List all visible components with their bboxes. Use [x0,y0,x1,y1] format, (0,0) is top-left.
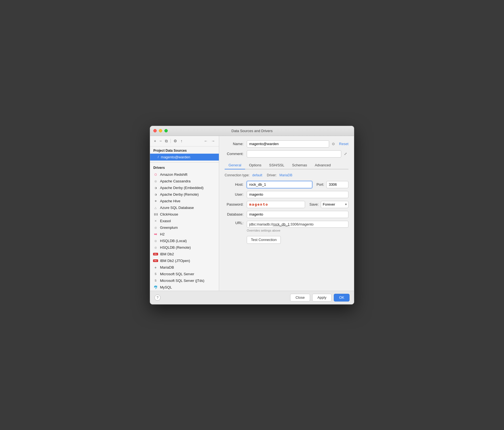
driver-icon-mssql [153,279,158,283]
tab-general[interactable]: General [225,161,245,169]
connection-type-value[interactable]: default [252,173,262,177]
host-input[interactable] [247,181,312,188]
driver-item[interactable]: HSQLDB (Local) [150,238,219,244]
window-title: Data Sources and Drivers [232,129,273,133]
driver-item[interactable]: IBM Db2 [150,251,219,258]
maximize-window-button[interactable] [164,129,168,132]
driver-name: MariaDB [160,265,174,269]
driver-value[interactable]: MariaDB [279,173,292,177]
password-input[interactable] [247,201,305,208]
driver-item[interactable]: HSQLDB (Remote) [150,244,219,251]
left-panel: + − ⧉ ⚙ ↑ ← → Project Data Sources / mag… [150,136,219,291]
driver-item[interactable]: Exasol [150,218,219,224]
tab-schemas[interactable]: Schemas [288,161,311,169]
url-prefix: jdbc:mariadb:// [249,222,273,226]
driver-item[interactable]: Greenplum [150,224,219,231]
apply-button[interactable]: Apply [312,294,332,301]
driver-name: Apache Cassandra [160,179,191,183]
tabs-bar: General Options SSH/SSL Schemas Advanced [225,161,348,169]
driver-name: Apache Hive [160,199,180,203]
driver-item[interactable]: Apache Hive [150,198,219,204]
driver-name: Amazon Redshift [160,172,187,177]
save-wrapper: Forever Until restart Never ▼ [321,201,348,208]
selected-datasource-item[interactable]: / magento@warden [150,154,219,161]
form-area: Host: Port: User: Password: Save: [225,181,348,286]
close-button[interactable]: Close [290,294,310,301]
name-row: Name: ⊙ Reset [225,140,348,148]
port-input[interactable] [326,181,348,188]
host-port-row: Host: Port: [225,181,348,188]
user-label: User: [225,192,247,196]
driver-item[interactable]: H2 [150,231,219,238]
name-expand-button[interactable]: ⊙ [330,141,336,147]
minimize-window-button[interactable] [159,129,162,132]
export-button[interactable]: ↑ [179,138,183,144]
driver-item[interactable]: Apache Derby (Remote) [150,191,219,198]
driver-item[interactable]: MariaDB [150,264,219,271]
database-input[interactable] [247,211,348,218]
driver-icon-greenplum [153,226,158,230]
driver-item[interactable]: Apache Derby (Embedded) [150,185,219,191]
comment-expand-button[interactable]: ⤢ [342,151,348,157]
tab-options[interactable]: Options [245,161,265,169]
user-input[interactable] [247,191,348,198]
driver-item[interactable]: MySQL [150,284,219,291]
settings-button[interactable]: ⚙ [172,138,178,144]
close-window-button[interactable] [153,129,157,132]
save-select[interactable]: Forever Until restart Never [321,201,348,208]
driver-item[interactable]: Azure SQL Database [150,204,219,211]
tab-sshssl[interactable]: SSH/SSL [265,161,288,169]
driver-name: Exasol [160,219,171,223]
comment-input[interactable] [247,150,341,158]
password-label: Password: [225,202,247,206]
driver-item[interactable]: ClickHouse [150,211,219,218]
driver-name: IBM Db2 (JTOpen) [160,259,190,263]
right-panel: Name: ⊙ Reset Comment: ⤢ General Options… [219,136,354,291]
port-label: Port: [317,182,324,187]
forward-button[interactable]: → [210,138,216,144]
nav-buttons: ← → [203,138,216,144]
driver-item[interactable]: Apache Cassandra [150,178,219,185]
driver-label: Driver: [267,173,277,177]
back-button[interactable]: ← [203,138,209,144]
driver-name: ClickHouse [160,212,178,216]
reset-link[interactable]: Reset [339,142,348,146]
copy-datasource-button[interactable]: ⧉ [164,138,169,144]
password-save-row: Password: Save: Forever Until restart Ne… [225,201,348,208]
save-label: Save: [309,202,319,206]
driver-icon-mysql [153,285,158,290]
url-value[interactable]: jdbc:mariadb://rock_db_1:3306/magento [247,221,348,228]
driver-name: HSQLDB (Remote) [160,245,191,250]
comment-row: Comment: ⤢ [225,150,348,158]
database-label: Database: [225,212,247,216]
tab-advanced[interactable]: Advanced [311,161,335,169]
main-window: Data Sources and Drivers + − ⧉ ⚙ ↑ ← → P… [150,126,354,305]
datasource-label: magento@warden [161,155,190,159]
help-button[interactable]: ? [154,295,161,301]
ok-button[interactable]: OK [334,294,350,301]
project-datasources-header: Project Data Sources [150,146,219,154]
add-datasource-button[interactable]: + [153,138,157,144]
driver-icon-hive [153,199,158,203]
driver-item[interactable]: Microsoft SQL Server (jTds) [150,277,219,284]
datasource-icon: / [158,155,159,159]
main-content: + − ⧉ ⚙ ↑ ← → Project Data Sources / mag… [150,136,354,291]
driver-icon-derby-rem [153,192,158,197]
url-row: URL: jdbc:mariadb://rock_db_1:3306/magen… [225,221,348,228]
host-label: Host: [225,182,247,187]
url-hint: Overrides settings above [247,229,348,232]
name-input[interactable] [247,140,329,148]
test-connection-button[interactable]: Test Connection [247,236,281,244]
drivers-list: Amazon RedshiftApache CassandraApache De… [150,171,219,291]
driver-item[interactable]: IBM Db2 (JTOpen) [150,258,219,264]
url-label: URL: [225,221,247,225]
toolbar-separator [170,139,171,143]
remove-datasource-button[interactable]: − [158,138,163,144]
traffic-lights [153,129,168,132]
driver-item[interactable]: Amazon Redshift [150,171,219,178]
driver-icon-ibmdb2 [153,252,158,256]
driver-icon-mssql [153,272,158,276]
title-bar: Data Sources and Drivers [150,126,354,136]
user-row: User: [225,191,348,198]
driver-item[interactable]: Microsoft SQL Server [150,271,219,277]
